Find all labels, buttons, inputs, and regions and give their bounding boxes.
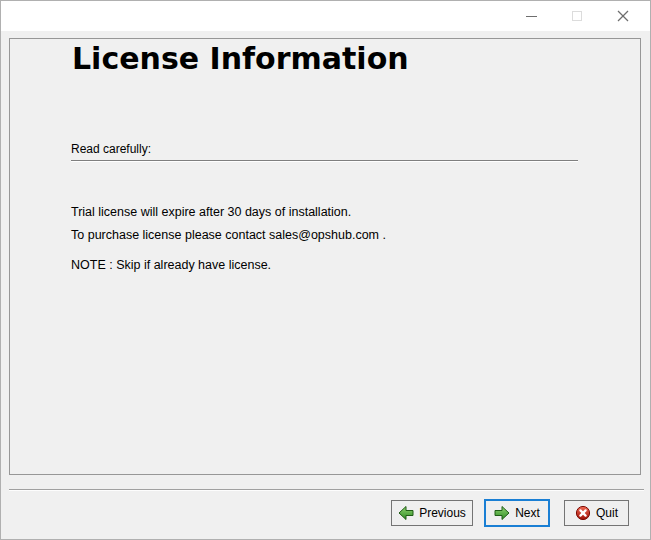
license-note-line: NOTE : Skip if already have license. [71, 258, 271, 272]
content-panel [9, 38, 641, 475]
maximize-button[interactable] [554, 2, 600, 30]
maximize-icon [572, 11, 582, 21]
quit-button-label: Quit [596, 506, 618, 520]
quit-button[interactable]: Quit [564, 500, 629, 526]
read-carefully-separator [71, 160, 578, 162]
installer-window: License Information Read carefully: Tria… [0, 0, 651, 540]
previous-button-label: Previous [419, 506, 466, 520]
red-stop-x-icon [575, 505, 591, 521]
minimize-icon [526, 16, 537, 17]
close-icon [616, 9, 630, 23]
read-carefully-label: Read carefully: [71, 142, 151, 156]
green-arrow-right-icon [494, 505, 510, 521]
titlebar [1, 1, 650, 31]
license-text-line: To purchase license please contact sales… [71, 228, 386, 242]
minimize-button[interactable] [508, 2, 554, 30]
previous-button[interactable]: Previous [391, 500, 473, 526]
next-button[interactable]: Next [484, 499, 550, 527]
page-title: License Information [72, 41, 409, 76]
close-button[interactable] [600, 2, 646, 30]
green-arrow-left-icon [398, 505, 414, 521]
license-text-line: Trial license will expire after 30 days … [71, 205, 351, 219]
next-button-label: Next [515, 506, 540, 520]
footer-separator [9, 489, 644, 491]
